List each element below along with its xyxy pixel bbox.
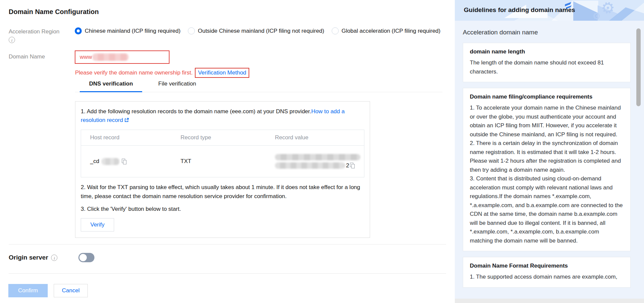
copy-icon[interactable] (350, 163, 355, 168)
section-divider (9, 273, 446, 274)
step-2-instruction: 2. Wait for the TXT parsing to take effe… (81, 183, 364, 201)
radio-global-acceleration[interactable]: Global acceleration (ICP filing required… (332, 27, 440, 34)
step-3-instruction: 3. Click the 'Verify' button below to st… (81, 205, 364, 213)
guideline-cards: domain name length The length of the dom… (463, 43, 631, 288)
ownership-error-text: Please verify the domain name ownership … (75, 69, 193, 76)
confirm-button[interactable]: Confirm (8, 284, 48, 297)
card-body: 1. The supported access domain names are… (470, 273, 624, 282)
verification-tabs: DNS verification File verification (75, 81, 442, 92)
dns-verification-panel: 1. Add the following resolution records … (75, 101, 370, 238)
verification-method-link[interactable]: Verification Method (195, 68, 249, 78)
card-title: Domain Name Format Requirements (470, 263, 624, 269)
redacted-host-text (101, 158, 119, 165)
col-record-type: Record type (181, 134, 275, 141)
svg-text:⚙: ⚙ (592, 11, 601, 21)
tab-file-verification[interactable]: File verification (153, 81, 201, 92)
origin-server-toggle[interactable] (78, 253, 94, 262)
step-1-instruction: 1. Add the following resolution records … (81, 107, 364, 125)
sidebar-title: Guidelines for adding domain names (464, 6, 575, 14)
col-record-value: Record value (275, 134, 364, 141)
sidebar-header: ⚙ ⚙ Guidelines for adding domain names (455, 0, 644, 21)
guideline-card: Domain name filing/compliance requiremen… (463, 88, 631, 251)
acceleration-region-options: Chinese mainland (ICP filing required) O… (75, 27, 440, 34)
radio-chinese-mainland[interactable]: Chinese mainland (ICP filing required) (75, 27, 181, 34)
card-body: The length of the domain name should not… (470, 58, 624, 76)
tab-dns-verification[interactable]: DNS verification (84, 81, 137, 92)
host-record-value: _cd (90, 158, 99, 165)
domain-name-input[interactable]: www (75, 50, 170, 64)
verify-button[interactable]: Verify (81, 218, 114, 232)
radio-icon (332, 27, 339, 34)
radio-outside-chinese-mainland[interactable]: Outside Chinese mainland (ICP filing not… (188, 27, 324, 34)
radio-selected-icon (75, 27, 82, 34)
record-value-suffix: 2 (346, 162, 349, 169)
card-title: domain name length (470, 48, 624, 55)
acceleration-region-label: Acceleration Region (9, 28, 59, 35)
radio-label: Chinese mainland (ICP filing required) (85, 28, 181, 34)
section-divider (9, 244, 446, 245)
resolution-records-table: Host record Record type Record value _cd… (81, 130, 364, 177)
domain-name-value: www (80, 54, 92, 60)
radio-label: Outside Chinese mainland (ICP filing not… (198, 28, 324, 34)
origin-server-label: Origin server (9, 254, 48, 261)
copy-icon[interactable] (122, 159, 127, 164)
domain-name-label: Domain Name (9, 53, 45, 60)
info-icon[interactable]: i (51, 255, 57, 261)
origin-server-row: Origin server i (9, 253, 94, 262)
external-link-icon (124, 117, 129, 125)
info-icon[interactable]: i (9, 37, 15, 43)
sidebar-bottom-strip (455, 299, 644, 303)
toggle-knob-icon (79, 254, 87, 261)
page-title: Domain Name Configuration (9, 8, 99, 16)
cancel-button[interactable]: Cancel (54, 284, 88, 297)
radio-icon (188, 27, 195, 34)
table-row: _cd TXT 2 (81, 146, 364, 177)
redacted-value-text (275, 162, 345, 169)
card-body: 1. To accelerate your domain name in the… (470, 104, 624, 245)
redacted-value-text (275, 154, 360, 160)
card-title: Domain name filing/compliance requiremen… (470, 94, 624, 100)
redacted-domain-text (92, 53, 128, 61)
guideline-card: domain name length The length of the dom… (463, 43, 631, 82)
radio-label: Global acceleration (ICP filing required… (342, 28, 440, 34)
record-type-value: TXT (181, 158, 275, 165)
table-header-row: Host record Record type Record value (81, 130, 364, 146)
sidebar-section-title: Acceleration domain name (463, 29, 538, 36)
sidebar-scrollbar[interactable] (636, 28, 641, 106)
record-value-cell: 2 (275, 154, 364, 169)
col-host-record: Host record (90, 134, 181, 141)
domain-config-panel: Domain Name Configuration Acceleration R… (0, 0, 455, 303)
guidelines-sidebar: ⚙ ⚙ Guidelines for adding domain names A… (455, 0, 644, 303)
guideline-card: Domain Name Format Requirements 1. The s… (463, 257, 631, 288)
